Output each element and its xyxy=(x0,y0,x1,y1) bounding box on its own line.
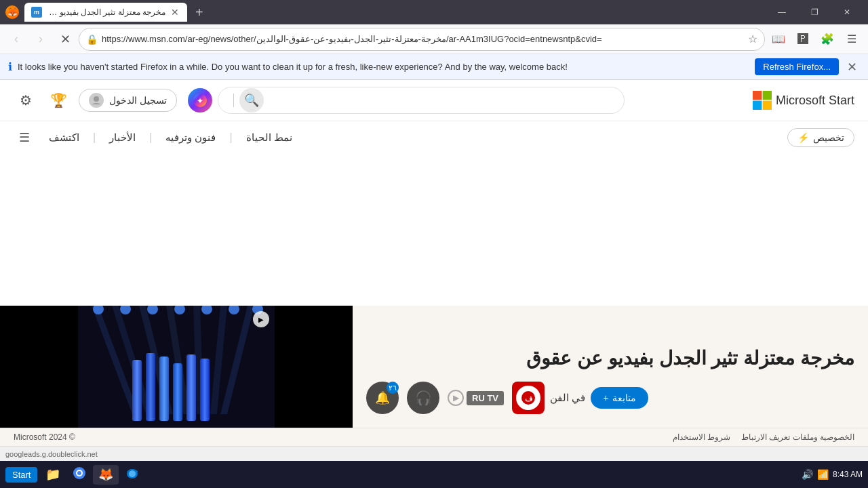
svg-rect-5 xyxy=(753,101,762,110)
close-button[interactable]: ✕ xyxy=(831,1,863,23)
terms-link[interactable]: شروط الاستخدام xyxy=(673,432,730,442)
tab-strip: 🦊 m مخرجة معتزلة تثير الجدل بفيديو عن...… xyxy=(5,3,383,22)
hamburger-menu-button[interactable]: ☰ xyxy=(14,127,35,148)
svg-rect-23 xyxy=(146,353,155,421)
microsoft-icon xyxy=(753,91,772,110)
pocket-button[interactable]: 🅿 xyxy=(792,28,814,50)
svg-point-32 xyxy=(77,471,81,475)
nav-item-arts[interactable]: فنون وترفيه xyxy=(165,129,216,146)
nav-item-discover[interactable]: اكتشف xyxy=(49,129,79,146)
active-tab[interactable]: m مخرجة معتزلة تثير الجدل بفيديو عن... ✕ xyxy=(24,3,187,22)
channel-logo-inner: ف xyxy=(516,386,540,410)
firefox-taskbar-icon: 🦊 xyxy=(98,467,113,482)
follow-button[interactable]: متابعة + xyxy=(591,387,648,409)
network-icon[interactable]: 📶 xyxy=(817,469,829,480)
svg-point-34 xyxy=(129,470,136,477)
msn-navigation: تخصيص ⚡ نمط الحياة | فنون وترفيه | الأخب… xyxy=(0,121,868,154)
settings-button[interactable]: ⚙ xyxy=(14,88,38,113)
nav-item-lifestyle[interactable]: نمط الحياة xyxy=(246,129,292,146)
back-button[interactable]: ‹ xyxy=(5,28,27,50)
channel-name: في الفن xyxy=(550,392,585,404)
svg-rect-25 xyxy=(173,363,182,421)
start-button[interactable]: Start xyxy=(5,467,37,483)
taskbar-item-firefox[interactable]: 🦊 xyxy=(93,465,119,485)
nav-separator-1: | xyxy=(229,131,232,144)
taskbar-items: 📁 🦊 xyxy=(40,465,799,485)
channel-logo-icon: ف xyxy=(521,390,536,405)
taskbar-time: 8:43 AM xyxy=(833,469,863,481)
speaker-icon[interactable]: 🔊 xyxy=(802,469,813,480)
status-url: googleads.g.doubleclick.net xyxy=(5,450,863,458)
tab-close-button[interactable]: ✕ xyxy=(170,7,180,18)
navigation-bar: ‹ › ✕ 🔒 ☆ 📖 🅿 🧩 ☰ xyxy=(0,24,868,54)
ad-play-button[interactable]: ▶ xyxy=(253,311,269,327)
channel-widget: متابعة + في الفن ف xyxy=(512,382,648,414)
address-input[interactable] xyxy=(102,34,744,44)
taskbar-item-chrome[interactable] xyxy=(67,465,92,485)
new-tab-button[interactable]: + xyxy=(190,5,209,20)
notification-close-button[interactable]: ✕ xyxy=(844,60,860,75)
bookmark-icon[interactable]: ☆ xyxy=(748,33,757,45)
search-box[interactable]: 🔍 xyxy=(218,87,625,114)
stop-button[interactable]: ✕ xyxy=(54,28,76,50)
refresh-firefox-button[interactable]: Refresh Firefox... xyxy=(755,58,839,75)
customize-button[interactable]: تخصيص ⚡ xyxy=(787,128,854,147)
bottom-section: ▶ مخرجة معتزلة تثير الجدل بفيديو عن عقوق… xyxy=(0,306,868,428)
taskbar-item-edge[interactable] xyxy=(120,465,144,485)
nav-item-news[interactable]: الأخبار xyxy=(109,129,136,146)
notification-widget[interactable]: 🔔 ٢٦ xyxy=(366,382,399,414)
sign-in-button[interactable]: تسجيل الدخول xyxy=(79,89,177,112)
microsoft-start-text: Microsoft Start xyxy=(776,94,854,108)
customize-label: تخصيص xyxy=(813,132,844,143)
copyright-text: © Microsoft 2024 xyxy=(14,432,75,442)
taskbar-system-icons: 🔊 📶 8:43 AM xyxy=(802,469,863,481)
restore-button[interactable]: ❐ xyxy=(799,1,830,23)
nav-separator-3: | xyxy=(93,131,96,144)
rewards-button[interactable]: 🏆 xyxy=(46,88,71,113)
search-button[interactable]: 🔍 xyxy=(239,88,264,113)
taskbar: Start 📁 🦊 xyxy=(0,461,868,488)
microsoft-start-logo: Microsoft Start xyxy=(753,91,854,110)
extensions-button[interactable]: 🧩 xyxy=(816,28,838,50)
article-section: مخرجة معتزلة تثير الجدل بفيديو عن عقوق م… xyxy=(353,306,868,428)
notification-bar: ℹ It looks like you haven't started Fire… xyxy=(0,54,868,80)
explorer-icon: 📁 xyxy=(45,467,60,482)
reader-view-button[interactable]: 📖 xyxy=(768,28,789,50)
security-icon: 🔒 xyxy=(86,34,98,45)
firefox-icon: 🦊 xyxy=(5,5,19,19)
privacy-link[interactable]: الخصوصية وملفات تعريف الارتباط xyxy=(741,432,854,442)
user-avatar xyxy=(89,93,104,108)
title-bar: 🦊 m مخرجة معتزلة تثير الجدل بفيديو عن...… xyxy=(0,0,868,24)
nav-separator-2: | xyxy=(149,131,152,144)
svg-rect-22 xyxy=(132,360,142,421)
taskbar-item-explorer[interactable]: 📁 xyxy=(40,465,66,485)
notification-badge: ٢٦ xyxy=(387,382,399,394)
ad-section: ▶ xyxy=(0,306,353,428)
menu-button[interactable]: ☰ xyxy=(841,28,863,50)
chrome-icon xyxy=(73,466,86,483)
address-bar-container[interactable]: 🔒 ☆ xyxy=(79,28,765,51)
status-bar: googleads.g.doubleclick.net xyxy=(0,446,868,461)
copilot-search-area: ✦ 🔍 xyxy=(188,87,742,114)
ad-visual xyxy=(78,306,275,428)
copilot-logo: ✦ xyxy=(188,88,212,113)
audio-player-button[interactable]: 🎧 xyxy=(407,382,439,414)
taskbar-clock: 8:43 AM xyxy=(833,469,863,481)
sign-in-label: تسجيل الدخول xyxy=(109,95,167,106)
minimize-button[interactable]: — xyxy=(766,1,797,23)
svg-rect-4 xyxy=(763,91,772,100)
svg-point-0 xyxy=(94,96,99,102)
svg-rect-26 xyxy=(186,354,196,421)
page-content: ⚙ 🏆 تسجيل الدخول xyxy=(0,80,868,446)
window-controls: — ❐ ✕ xyxy=(766,1,863,23)
svg-rect-27 xyxy=(200,359,210,421)
bell-icon: 🔔 xyxy=(375,390,390,405)
customize-icon: ⚡ xyxy=(797,132,809,143)
rutv-icon: ▶ xyxy=(448,390,464,406)
article-title: مخرجة معتزلة تثير الجدل بفيديو عن عقوق xyxy=(366,346,854,371)
forward-button[interactable]: › xyxy=(30,28,52,50)
svg-rect-6 xyxy=(763,101,772,110)
footer: الخصوصية وملفات تعريف الارتباط شروط الاس… xyxy=(0,428,868,446)
main-content-area xyxy=(0,154,868,306)
footer-links: الخصوصية وملفات تعريف الارتباط شروط الاس… xyxy=(673,432,854,442)
